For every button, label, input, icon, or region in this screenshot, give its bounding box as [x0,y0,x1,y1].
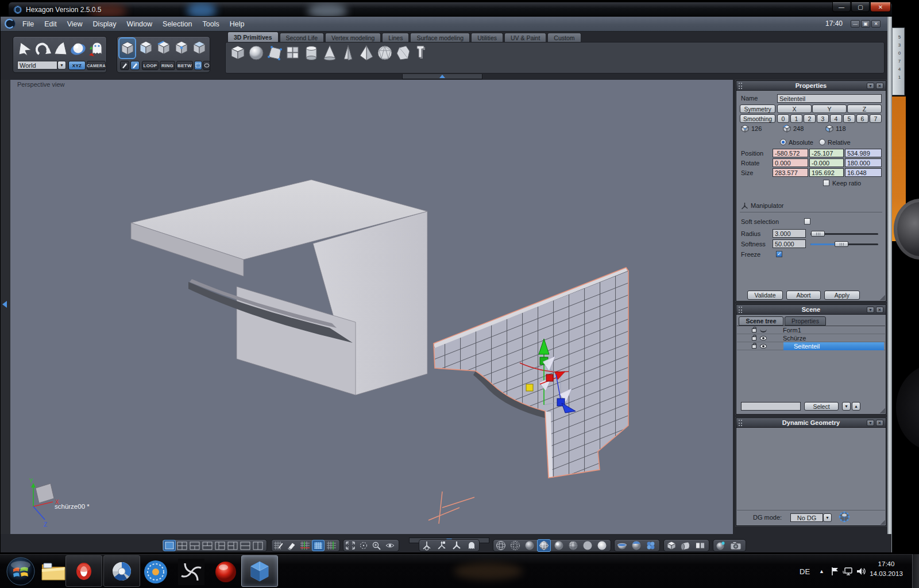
window-maximize-button[interactable]: ▢ [851,2,870,12]
keep-ratio-checkbox[interactable] [823,180,829,186]
primitive-cube-icon[interactable] [230,43,246,63]
fit-view-button[interactable] [345,541,356,550]
menu-edit[interactable]: Edit [39,17,62,32]
size-x-input[interactable]: 283.577 [773,168,808,177]
tab-3d-primitives[interactable]: 3D Primitives [227,32,279,42]
properties-panel-header[interactable]: Properties ▼ ✕ [736,81,886,91]
radius-slider-handle[interactable] [811,231,825,237]
size-y-input[interactable]: 195.692 [809,168,844,177]
softness-input[interactable]: 50.000 [773,239,806,248]
primitive-grid-icon[interactable] [285,43,301,63]
layout-hsplit-button[interactable] [240,541,250,550]
panel-menu-button[interactable]: ▼ [867,307,874,313]
window-titlebar[interactable]: Hexagon Version 2.5.0.5 [8,2,893,17]
menu-view[interactable]: View [62,17,88,32]
scene-tab-properties[interactable]: Properties [785,316,826,326]
panel-resize-grip[interactable] [879,295,885,300]
window-close-button[interactable]: ✕ [870,2,891,12]
layout-quad-button[interactable] [177,541,187,550]
show-desktop-button[interactable] [912,554,919,588]
symmetry-z-button[interactable]: Z [847,105,882,113]
primitive-sphere-icon[interactable] [248,43,264,63]
panel-close-button[interactable]: ✕ [876,83,883,89]
window-minimize-button[interactable]: — [832,2,851,12]
tab-utilities[interactable]: Utilities [471,33,503,42]
coordinate-space-dropdown-button[interactable]: ▼ [57,61,66,69]
paint-eraser-button[interactable] [287,541,297,550]
panel-drag-handle[interactable] [739,83,742,89]
smoothing-6-button[interactable]: 6 [856,114,868,123]
primitive-pyramid-icon[interactable] [358,43,374,63]
top-collapse-tab[interactable] [402,74,482,79]
grid-horizontal-button[interactable] [300,541,310,550]
hexagon-taskbar-button[interactable] [241,555,278,587]
scene-select-button[interactable]: Select [804,402,839,411]
select-object-mode-button[interactable] [118,37,136,59]
ring-select-button[interactable]: RING [160,61,175,70]
radius-input[interactable]: 3.000 [773,229,806,238]
smoothing-0-button[interactable]: 0 [777,114,789,123]
layout-top2-bottom1-button[interactable] [202,541,213,550]
visibility-eye-icon[interactable] [760,328,767,332]
size-z-input[interactable]: 16.048 [845,168,882,177]
rect-marquee-button[interactable] [194,61,202,70]
rotate-manipulator-button[interactable] [451,540,462,551]
sphere-ring-tool-icon[interactable] [69,39,87,59]
symmetry-x-button[interactable]: X [777,105,812,113]
zoom-view-button[interactable] [372,541,382,550]
smoothing-button[interactable]: Smoothing [740,114,775,123]
clip-half-button[interactable] [616,540,628,551]
scene-search-input[interactable] [741,402,801,411]
smooth-shaded-mode-button[interactable] [553,540,565,551]
layout-top1-bottom2-button[interactable] [190,541,200,550]
scene-item-schuerze[interactable]: Schürze [737,334,885,342]
abort-button[interactable]: Abort [786,291,821,300]
freeze-checkbox[interactable] [776,251,782,257]
visibility-view-button[interactable] [385,541,395,550]
lock-icon[interactable] [752,336,756,341]
position-x-input[interactable]: -580.572 [773,149,808,157]
panel-menu-button[interactable]: ▼ [867,83,874,89]
ghost-mode-button[interactable] [466,540,477,551]
primitive-geodesic-icon[interactable] [377,43,393,63]
name-input[interactable]: Seitenteil [777,94,882,103]
xyz-toggle-button[interactable]: XYZ [68,61,86,70]
primitive-rock-icon[interactable] [395,43,411,63]
select-edge-mode-button[interactable] [156,39,171,56]
select-point-mode-button[interactable] [174,39,189,56]
smoothing-5-button[interactable]: 5 [843,114,855,123]
relative-radio[interactable] [819,139,825,145]
tab-uv-paint[interactable]: UV & Paint [504,33,546,42]
smoothing-3-button[interactable]: 3 [817,114,829,123]
render-sphere-button[interactable] [715,540,727,551]
select-arrow-icon[interactable] [16,39,33,59]
ellipse-marquee-button[interactable] [203,61,210,70]
absolute-radio[interactable] [780,139,786,145]
multi-instance-button[interactable] [645,540,657,551]
visibility-eye-icon[interactable] [760,336,767,341]
tray-expand-icon[interactable]: ▲ [819,568,824,574]
symmetry-button[interactable]: Symmetry [740,105,775,113]
panel-close-button[interactable]: ✕ [876,307,883,313]
grid-edit-button[interactable] [273,541,284,550]
primitive-facet-icon[interactable] [267,43,283,63]
layout-left1-right2-button[interactable] [215,541,225,550]
tab-custom[interactable]: Custom [547,33,581,42]
shaded-wireframe-mode-button[interactable] [537,539,551,552]
tab-lines[interactable]: Lines [382,33,409,42]
scene-item-seitenteil[interactable]: Seitenteil [737,342,885,350]
clock-tray[interactable]: 17:40 14.03.2013 [865,559,908,579]
tab-vertex-modeling[interactable]: Vertex modeling [325,33,381,42]
position-z-input[interactable]: 534.989 [845,149,882,157]
apply-button[interactable]: Apply [824,291,860,300]
rotate-y-input[interactable]: -0.000 [809,158,844,167]
layout-left2-right1-button[interactable] [227,541,238,550]
smoothing-7-button[interactable]: 7 [870,114,882,123]
layout-vsplit-button[interactable] [253,541,263,550]
rotate-tool-icon[interactable] [34,39,51,59]
softness-slider-handle[interactable] [835,241,848,247]
opera-taskbar-button[interactable] [65,555,102,587]
dg-mode-select[interactable]: No DG [790,513,823,522]
render-camera-button[interactable] [729,540,742,551]
red-sphere-app-icon[interactable] [213,559,239,585]
